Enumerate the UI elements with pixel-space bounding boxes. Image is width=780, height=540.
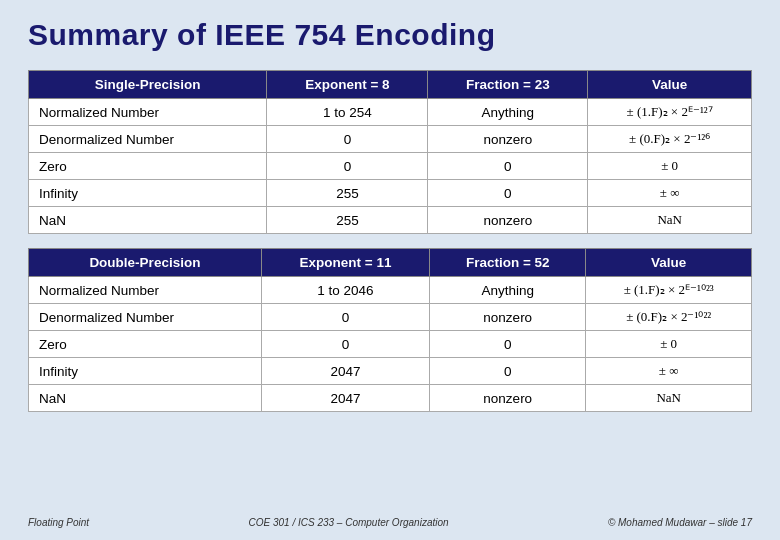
double-row-2-val: ± 0 — [586, 331, 752, 358]
double-row-1-name: Denormalized Number — [29, 304, 262, 331]
single-header-3: Value — [588, 71, 752, 99]
single-row-2-name: Zero — [29, 153, 267, 180]
double-row-1: Denormalized Number 0 nonzero ± (0.F)₂ ×… — [29, 304, 752, 331]
footer-center: COE 301 / ICS 233 – Computer Organizatio… — [248, 517, 448, 528]
double-header-2: Fraction = 52 — [430, 249, 586, 277]
single-row-4-name: NaN — [29, 207, 267, 234]
double-row-2-name: Zero — [29, 331, 262, 358]
tables-container: Single-Precision Exponent = 8 Fraction =… — [28, 70, 752, 507]
single-row-4: NaN 255 nonzero NaN — [29, 207, 752, 234]
double-row-0-val: ± (1.F)₂ × 2ᴱ⁻¹⁰²³ — [586, 277, 752, 304]
single-row-3-val: ± ∞ — [588, 180, 752, 207]
double-header-1: Exponent = 11 — [261, 249, 429, 277]
double-row-3-exp: 2047 — [261, 358, 429, 385]
single-row-2-exp: 0 — [267, 153, 428, 180]
double-row-0: Normalized Number 1 to 2046 Anything ± (… — [29, 277, 752, 304]
double-row-4: NaN 2047 nonzero NaN — [29, 385, 752, 412]
page-title: Summary of IEEE 754 Encoding — [28, 18, 752, 52]
single-row-0-frac: Anything — [428, 99, 588, 126]
single-row-2-frac: 0 — [428, 153, 588, 180]
page: Summary of IEEE 754 Encoding Single-Prec… — [0, 0, 780, 540]
double-row-4-frac: nonzero — [430, 385, 586, 412]
single-row-3-exp: 255 — [267, 180, 428, 207]
double-row-2: Zero 0 0 ± 0 — [29, 331, 752, 358]
footer: Floating Point COE 301 / ICS 233 – Compu… — [28, 517, 752, 528]
double-header-0: Double-Precision — [29, 249, 262, 277]
single-row-4-frac: nonzero — [428, 207, 588, 234]
single-row-3: Infinity 255 0 ± ∞ — [29, 180, 752, 207]
single-row-3-name: Infinity — [29, 180, 267, 207]
single-header-2: Fraction = 23 — [428, 71, 588, 99]
single-header-1: Exponent = 8 — [267, 71, 428, 99]
single-row-4-val: NaN — [588, 207, 752, 234]
single-row-2: Zero 0 0 ± 0 — [29, 153, 752, 180]
double-row-3: Infinity 2047 0 ± ∞ — [29, 358, 752, 385]
double-row-4-exp: 2047 — [261, 385, 429, 412]
double-row-0-exp: 1 to 2046 — [261, 277, 429, 304]
single-row-3-frac: 0 — [428, 180, 588, 207]
single-row-1-name: Denormalized Number — [29, 126, 267, 153]
double-row-1-frac: nonzero — [430, 304, 586, 331]
double-row-0-frac: Anything — [430, 277, 586, 304]
single-row-0-val: ± (1.F)₂ × 2ᴱ⁻¹²⁷ — [588, 99, 752, 126]
single-row-4-exp: 255 — [267, 207, 428, 234]
double-row-3-name: Infinity — [29, 358, 262, 385]
single-row-1-exp: 0 — [267, 126, 428, 153]
double-row-0-name: Normalized Number — [29, 277, 262, 304]
footer-right: © Mohamed Mudawar – slide 17 — [608, 517, 752, 528]
double-row-2-exp: 0 — [261, 331, 429, 358]
double-precision-table: Double-Precision Exponent = 11 Fraction … — [28, 248, 752, 412]
single-row-1-frac: nonzero — [428, 126, 588, 153]
double-row-4-val: NaN — [586, 385, 752, 412]
single-row-2-val: ± 0 — [588, 153, 752, 180]
double-row-1-val: ± (0.F)₂ × 2⁻¹⁰²² — [586, 304, 752, 331]
single-header-0: Single-Precision — [29, 71, 267, 99]
single-row-0-name: Normalized Number — [29, 99, 267, 126]
double-header-3: Value — [586, 249, 752, 277]
single-row-1-val: ± (0.F)₂ × 2⁻¹²⁶ — [588, 126, 752, 153]
double-row-4-name: NaN — [29, 385, 262, 412]
double-row-3-frac: 0 — [430, 358, 586, 385]
double-row-3-val: ± ∞ — [586, 358, 752, 385]
single-row-1: Denormalized Number 0 nonzero ± (0.F)₂ ×… — [29, 126, 752, 153]
double-row-2-frac: 0 — [430, 331, 586, 358]
single-row-0-exp: 1 to 254 — [267, 99, 428, 126]
single-precision-table: Single-Precision Exponent = 8 Fraction =… — [28, 70, 752, 234]
single-row-0: Normalized Number 1 to 254 Anything ± (1… — [29, 99, 752, 126]
footer-left: Floating Point — [28, 517, 89, 528]
double-row-1-exp: 0 — [261, 304, 429, 331]
